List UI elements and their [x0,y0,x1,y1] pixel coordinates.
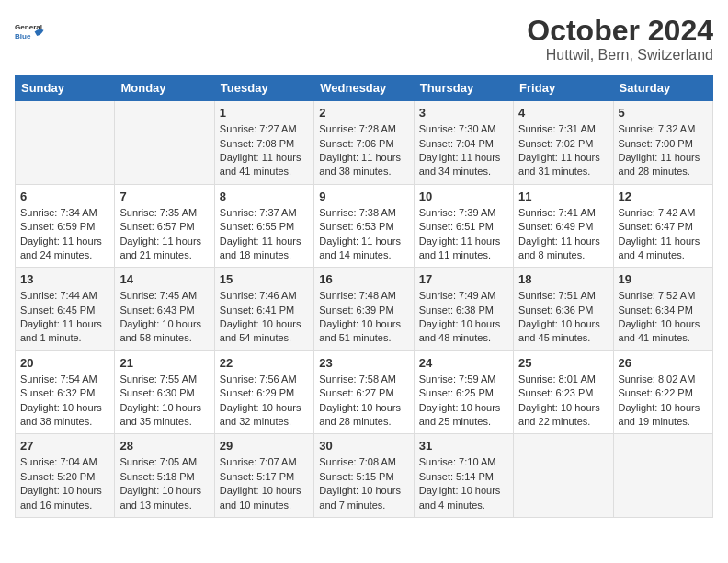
calendar-week-row: 1 Sunrise: 7:27 AM Sunset: 7:08 PM Dayli… [16,101,713,185]
calendar-cell: 14 Sunrise: 7:45 AM Sunset: 6:43 PM Dayl… [115,268,214,351]
sunset-text: Sunset: 6:39 PM [319,304,393,316]
logo: General Blue [15,15,48,48]
calendar-cell: 9 Sunrise: 7:38 AM Sunset: 6:53 PM Dayli… [314,184,414,268]
daylight-text: Daylight: 11 hours and 8 minutes. [518,236,600,260]
sunset-text: Sunset: 6:51 PM [419,221,494,232]
day-detail: Sunrise: 7:48 AM Sunset: 6:39 PM Dayligh… [319,289,408,346]
calendar-cell: 3 Sunrise: 7:30 AM Sunset: 7:04 PM Dayli… [414,101,513,185]
sunrise-text: Sunrise: 7:37 AM [220,207,297,218]
day-number: 3 [419,106,508,120]
day-detail: Sunrise: 7:58 AM Sunset: 6:27 PM Dayligh… [319,373,408,430]
sunset-text: Sunset: 7:00 PM [619,138,693,149]
day-number: 17 [419,272,508,286]
sunrise-text: Sunrise: 7:55 AM [119,373,197,385]
calendar-week-row: 20 Sunrise: 7:54 AM Sunset: 6:32 PM Dayl… [16,350,713,434]
daylight-text: Daylight: 11 hours and 31 minutes. [518,152,600,177]
calendar-cell: 31 Sunrise: 7:10 AM Sunset: 5:14 PM Dayl… [414,434,513,518]
day-number: 27 [20,439,109,453]
sunset-text: Sunset: 6:45 PM [20,304,95,316]
calendar-cell: 23 Sunrise: 7:58 AM Sunset: 6:27 PM Dayl… [314,350,414,434]
sunset-text: Sunset: 6:23 PM [518,387,593,398]
calendar-day-header: Friday [514,75,613,101]
day-number: 14 [119,272,209,286]
day-detail: Sunrise: 7:45 AM Sunset: 6:43 PM Dayligh… [119,289,209,346]
day-number: 5 [619,106,708,120]
daylight-text: Daylight: 11 hours and 24 minutes. [20,236,102,260]
sunrise-text: Sunrise: 7:49 AM [419,290,496,301]
calendar-cell: 28 Sunrise: 7:05 AM Sunset: 5:18 PM Dayl… [115,434,214,518]
sunrise-text: Sunrise: 7:07 AM [220,456,297,467]
daylight-text: Daylight: 11 hours and 11 minutes. [419,236,501,260]
calendar-day-header: Wednesday [314,75,414,101]
day-number: 22 [220,356,309,370]
daylight-text: Daylight: 10 hours and 10 minutes. [220,485,301,510]
calendar-cell: 6 Sunrise: 7:34 AM Sunset: 6:59 PM Dayli… [16,184,115,268]
daylight-text: Daylight: 11 hours and 4 minutes. [619,236,700,260]
calendar-cell: 13 Sunrise: 7:44 AM Sunset: 6:45 PM Dayl… [16,268,115,351]
sunset-text: Sunset: 6:57 PM [119,221,194,232]
calendar-cell: 5 Sunrise: 7:32 AM Sunset: 7:00 PM Dayli… [613,101,712,185]
daylight-text: Daylight: 10 hours and 16 minutes. [20,485,102,510]
calendar-cell: 30 Sunrise: 7:08 AM Sunset: 5:15 PM Dayl… [314,434,414,518]
sunrise-text: Sunrise: 7:27 AM [220,123,297,134]
sunset-text: Sunset: 6:29 PM [220,387,294,398]
sunrise-text: Sunrise: 8:02 AM [619,373,696,385]
daylight-text: Daylight: 11 hours and 38 minutes. [319,152,401,177]
day-number: 11 [518,190,608,203]
day-number: 2 [319,106,408,120]
calendar-week-row: 6 Sunrise: 7:34 AM Sunset: 6:59 PM Dayli… [16,184,713,268]
page-header: General Blue October 2024 Huttwil, Bern,… [15,15,713,63]
daylight-text: Daylight: 10 hours and 22 minutes. [518,402,600,427]
sunrise-text: Sunrise: 7:44 AM [20,290,97,301]
sunrise-text: Sunrise: 7:39 AM [419,207,496,218]
calendar-day-header: Monday [115,75,214,101]
day-detail: Sunrise: 7:10 AM Sunset: 5:14 PM Dayligh… [419,455,508,512]
page-title: October 2024 [527,15,713,47]
day-detail: Sunrise: 7:49 AM Sunset: 6:38 PM Dayligh… [419,289,508,346]
calendar-cell [514,434,613,518]
day-number: 7 [119,190,209,203]
sunset-text: Sunset: 5:17 PM [220,471,294,482]
calendar-cell: 22 Sunrise: 7:56 AM Sunset: 6:29 PM Dayl… [214,350,313,434]
daylight-text: Daylight: 11 hours and 34 minutes. [419,152,501,177]
day-number: 29 [220,439,309,453]
daylight-text: Daylight: 10 hours and 28 minutes. [319,402,401,427]
sunrise-text: Sunrise: 8:01 AM [518,373,596,385]
calendar-cell: 26 Sunrise: 8:02 AM Sunset: 6:22 PM Dayl… [613,350,712,434]
day-detail: Sunrise: 7:54 AM Sunset: 6:32 PM Dayligh… [20,373,109,430]
sunset-text: Sunset: 7:06 PM [319,138,393,149]
calendar-cell: 7 Sunrise: 7:35 AM Sunset: 6:57 PM Dayli… [115,184,214,268]
calendar-cell: 2 Sunrise: 7:28 AM Sunset: 7:06 PM Dayli… [314,101,414,185]
sunset-text: Sunset: 5:18 PM [119,471,194,482]
day-detail: Sunrise: 7:59 AM Sunset: 6:25 PM Dayligh… [419,373,508,430]
sunset-text: Sunset: 6:30 PM [119,387,194,398]
sunset-text: Sunset: 5:14 PM [419,471,494,482]
sunrise-text: Sunrise: 7:30 AM [419,123,496,134]
day-number: 28 [119,439,209,453]
sunset-text: Sunset: 6:38 PM [419,304,494,316]
calendar-cell: 29 Sunrise: 7:07 AM Sunset: 5:17 PM Dayl… [214,434,313,518]
daylight-text: Daylight: 10 hours and 35 minutes. [119,402,201,427]
daylight-text: Daylight: 11 hours and 28 minutes. [619,152,700,177]
daylight-text: Daylight: 10 hours and 41 minutes. [619,318,700,343]
sunset-text: Sunset: 6:47 PM [619,221,693,232]
day-detail: Sunrise: 7:35 AM Sunset: 6:57 PM Dayligh… [119,206,209,263]
sunrise-text: Sunrise: 7:54 AM [20,373,97,385]
sunset-text: Sunset: 6:43 PM [119,304,194,316]
sunrise-text: Sunrise: 7:38 AM [319,207,396,218]
svg-text:Blue: Blue [15,32,31,40]
calendar-cell: 18 Sunrise: 7:51 AM Sunset: 6:36 PM Dayl… [514,268,613,351]
calendar-cell: 15 Sunrise: 7:46 AM Sunset: 6:41 PM Dayl… [214,268,313,351]
sunrise-text: Sunrise: 7:32 AM [619,123,696,134]
daylight-text: Daylight: 10 hours and 51 minutes. [319,318,401,343]
sunrise-text: Sunrise: 7:08 AM [319,456,396,467]
calendar-day-header: Saturday [613,75,712,101]
calendar-cell: 20 Sunrise: 7:54 AM Sunset: 6:32 PM Dayl… [16,350,115,434]
day-detail: Sunrise: 7:51 AM Sunset: 6:36 PM Dayligh… [518,289,608,346]
calendar-body: 1 Sunrise: 7:27 AM Sunset: 7:08 PM Dayli… [16,101,713,518]
day-number: 25 [518,356,608,370]
day-number: 15 [220,272,309,286]
calendar-cell: 4 Sunrise: 7:31 AM Sunset: 7:02 PM Dayli… [514,101,613,185]
sunrise-text: Sunrise: 7:52 AM [619,290,696,301]
day-detail: Sunrise: 7:32 AM Sunset: 7:00 PM Dayligh… [619,122,708,179]
